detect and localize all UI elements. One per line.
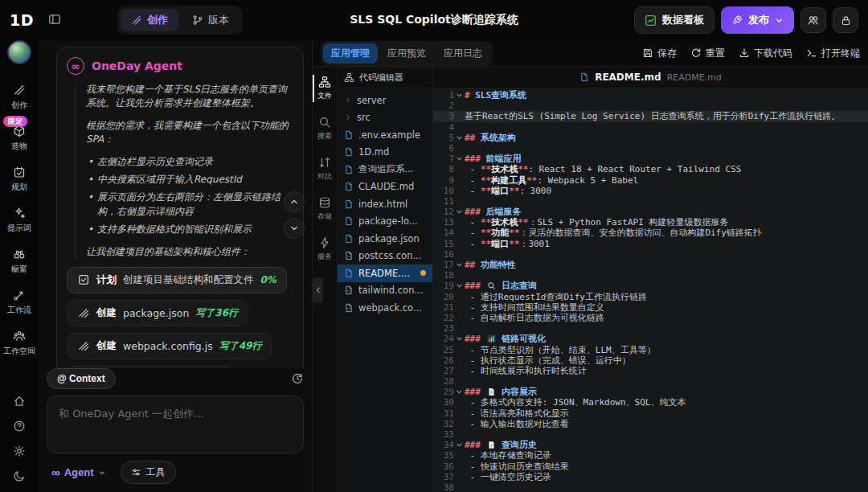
- sidebar-item-prompts[interactable]: 提示词: [0, 207, 39, 234]
- task-card-plan[interactable]: 计划创建项目基础结构和配置文件0%: [67, 267, 287, 293]
- tab-create[interactable]: 创作: [121, 9, 178, 31]
- code-line[interactable]: 22 - 自动解析日志数据为可视化链路: [433, 313, 868, 323]
- activity-item-storage[interactable]: 存储: [313, 194, 337, 224]
- scroll-up-button[interactable]: [284, 191, 305, 212]
- code-line[interactable]: 31 - 语法高亮和格式化显示: [433, 408, 868, 419]
- sidebar-item-artifact[interactable]: 限定造物: [0, 125, 39, 152]
- file-row[interactable]: webpack.co...: [338, 299, 432, 317]
- tab-version[interactable]: 版本: [182, 9, 240, 31]
- code-line[interactable]: 36 - 快速访问历史查询结果: [433, 461, 868, 472]
- tab-app-manage[interactable]: 应用管理: [323, 43, 378, 64]
- fold-chevron-icon[interactable]: [454, 335, 465, 342]
- panel-toggle-button[interactable]: [45, 10, 64, 31]
- fold-chevron-icon[interactable]: [454, 134, 465, 141]
- file-row[interactable]: .env.example: [338, 126, 432, 144]
- code-line[interactable]: 10 - **端口**: 3000: [433, 186, 868, 196]
- dashboard-button[interactable]: 数据看板: [634, 6, 714, 34]
- tab-app-logs[interactable]: 应用日志: [436, 43, 490, 64]
- file-row[interactable]: README....: [338, 264, 432, 282]
- code-line[interactable]: 4: [433, 122, 868, 133]
- code-line[interactable]: 11: [433, 196, 868, 207]
- publish-button[interactable]: 发布: [721, 6, 794, 34]
- save-button[interactable]: 保存: [642, 47, 677, 60]
- task-card-create[interactable]: 创建webpack.config.js写了49行: [67, 333, 272, 359]
- settings-icon[interactable]: [13, 445, 26, 457]
- code-line[interactable]: 17## 功能特性: [433, 260, 868, 270]
- code-line[interactable]: 18: [433, 270, 868, 281]
- tools-button[interactable]: 工具: [121, 461, 176, 484]
- code-line[interactable]: 19### 日志查询: [433, 281, 868, 291]
- download-code-button[interactable]: 下载代码: [739, 47, 792, 60]
- file-row[interactable]: 1D.md: [338, 144, 432, 162]
- sidebar-item-workflow[interactable]: 工作流: [0, 289, 39, 316]
- open-terminal-button[interactable]: 打开终端: [806, 47, 860, 60]
- code-line[interactable]: 7### 前端应用: [433, 154, 868, 164]
- code-line[interactable]: 15 - **端口**：3001: [433, 239, 868, 249]
- activity-item-search[interactable]: 搜索: [313, 113, 337, 144]
- code-line[interactable]: 34### 查询历史: [433, 440, 868, 450]
- code-line[interactable]: 13 - **技术栈**：SLS + Python FastAPI 构建轻量级数…: [433, 217, 868, 228]
- history-icon[interactable]: [291, 372, 304, 385]
- avatar[interactable]: [7, 40, 31, 64]
- fold-chevron-icon[interactable]: [454, 388, 465, 396]
- code-line[interactable]: 29### 内容展示: [433, 387, 868, 397]
- fold-chevron-icon[interactable]: [454, 92, 465, 99]
- sidebar-item-workspace[interactable]: 工作空间: [0, 330, 39, 357]
- theme-icon[interactable]: [13, 469, 26, 482]
- code-line[interactable]: 25 - 节点类型识别（开始、结束、LLM、工具等）: [433, 345, 868, 355]
- code-line[interactable]: 24### 链路可视化: [433, 334, 868, 344]
- reset-button[interactable]: 重置: [690, 47, 725, 60]
- file-row[interactable]: package.json: [338, 230, 432, 248]
- code-line[interactable]: 23: [433, 323, 868, 334]
- code-line[interactable]: 26 - 执行状态显示（完成、错误、运行中）: [433, 355, 868, 366]
- code-line[interactable]: 6: [433, 143, 868, 154]
- code-line[interactable]: 35 - 本地存储查询记录: [433, 450, 868, 461]
- sidebar-item-planning[interactable]: 规划: [0, 166, 39, 193]
- code-line[interactable]: 1# SLS查询系统: [433, 90, 868, 100]
- message-input[interactable]: [57, 405, 297, 447]
- tab-app-preview[interactable]: 应用预览: [379, 43, 434, 64]
- code-line[interactable]: 9 - **构建工具**: Webpack 5 + Babel: [433, 175, 868, 186]
- fold-chevron-icon[interactable]: [454, 208, 465, 215]
- code-line[interactable]: 8 - **技术栈**: React 18 + React Router + T…: [433, 164, 868, 174]
- activity-item-diff[interactable]: 对比: [313, 154, 337, 184]
- collaborators-button[interactable]: [800, 7, 826, 33]
- scroll-down-button[interactable]: [284, 218, 305, 239]
- code-line[interactable]: 16: [433, 249, 868, 260]
- home-icon[interactable]: [13, 395, 26, 408]
- fold-chevron-icon[interactable]: [454, 441, 465, 449]
- code-line[interactable]: 38: [433, 482, 868, 492]
- sidebar-item-creation[interactable]: 创作: [0, 84, 39, 111]
- code-line[interactable]: 12### 后端服务: [433, 207, 868, 217]
- agent-selector[interactable]: ∞ Agent: [47, 465, 111, 479]
- code-line[interactable]: 20 - 通过RequestId查询Dify工作流执行链路: [433, 292, 868, 302]
- context-button[interactable]: @ Context: [47, 368, 116, 389]
- help-icon[interactable]: [13, 420, 26, 433]
- activity-item-services[interactable]: 服务: [313, 234, 337, 264]
- code-line[interactable]: 3基于React的SLS (Simple Log Service) 日志查询系统…: [433, 111, 868, 121]
- file-row[interactable]: package-lo...: [338, 213, 432, 231]
- file-row[interactable]: postcss.con...: [338, 248, 432, 265]
- fold-chevron-icon[interactable]: [454, 155, 465, 162]
- folder-row[interactable]: server: [338, 92, 432, 109]
- file-row[interactable]: tailwind.con...: [338, 282, 432, 300]
- code-line[interactable]: 32 - 输入输出数据对比查看: [433, 419, 868, 429]
- code-line[interactable]: 21 - 支持时间范围和结果数量自定义: [433, 302, 868, 313]
- file-row[interactable]: 查询追踪系...: [338, 161, 432, 178]
- fold-chevron-icon[interactable]: [454, 282, 465, 289]
- code-line[interactable]: 27 - 时间线展示和执行时长统计: [433, 366, 868, 376]
- code-line[interactable]: 30 - 多格式内容支持: JSON、Markdown、SQL、纯文本: [433, 397, 868, 408]
- code-line[interactable]: 37 - 一键清空历史记录: [433, 472, 868, 482]
- code-line[interactable]: 28: [433, 376, 868, 387]
- sidebar-item-showcase[interactable]: 橱窗: [0, 248, 39, 275]
- file-row[interactable]: index.html: [338, 195, 432, 213]
- task-card-create[interactable]: 创建package.json写了36行: [67, 300, 248, 326]
- collapse-chat-handle[interactable]: [313, 277, 323, 303]
- folder-row[interactable]: src: [338, 109, 432, 127]
- code-area[interactable]: 1# SLS查询系统23基于React的SLS (Simple Log Serv…: [433, 88, 868, 492]
- code-line[interactable]: 5## 系统架构: [433, 133, 868, 143]
- code-line[interactable]: 33: [433, 429, 868, 440]
- editor-tab[interactable]: README.md README.md: [433, 67, 868, 88]
- code-line[interactable]: 14 - **功能**：灵活的数据查询、安全的数据访问、自动构建Dify链路拓扑: [433, 228, 868, 238]
- file-row[interactable]: CLAUDE.md: [338, 178, 432, 196]
